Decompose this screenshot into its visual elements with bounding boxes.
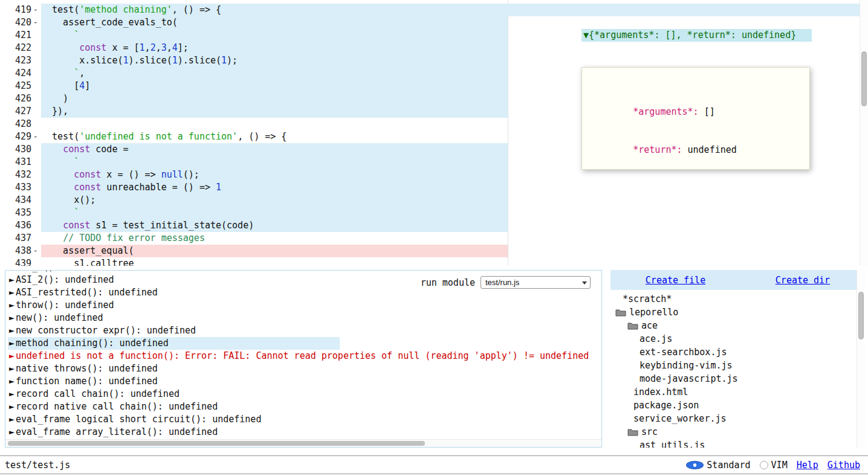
gutter-line[interactable]: 429-: [0, 130, 39, 143]
file-item[interactable]: service_worker.js: [611, 412, 857, 425]
log-entry[interactable]: ►function name(): undefined: [8, 375, 600, 388]
code-line[interactable]: x();: [41, 194, 868, 207]
gutter-line[interactable]: 426: [0, 92, 39, 105]
run-module-select[interactable]: test/run.js: [481, 276, 591, 289]
create-file-button[interactable]: Create file: [646, 275, 705, 286]
files-scrollbar-track[interactable]: [857, 270, 865, 448]
expand-arrow-icon[interactable]: ►: [9, 274, 15, 285]
mode-vim[interactable]: VIM: [760, 460, 788, 471]
folder-item[interactable]: leporello: [611, 306, 857, 319]
log-entry[interactable]: ►record native call chain(): undefined: [8, 400, 600, 413]
code-token: [41, 233, 63, 243]
file-item[interactable]: package.json: [611, 399, 857, 412]
github-link[interactable]: Github: [828, 460, 860, 471]
code-line[interactable]: // TODO fix error messages: [41, 232, 868, 245]
file-item[interactable]: *scratch*: [611, 292, 857, 306]
editor-scrollbar-thumb[interactable]: [861, 51, 867, 106]
gutter-line[interactable]: 424: [0, 67, 39, 80]
code-line[interactable]: `: [41, 207, 868, 219]
gutter-line[interactable]: 420-: [0, 16, 39, 29]
gutter-line[interactable]: 432: [0, 169, 39, 181]
file-name: keybinding-vim.js: [640, 360, 733, 371]
expand-arrow-icon[interactable]: ►: [9, 312, 15, 323]
log-entry[interactable]: ►method chaining(): undefined: [8, 337, 340, 350]
file-item[interactable]: ast_utils.js: [611, 439, 857, 448]
fold-icon[interactable]: -: [33, 16, 38, 29]
gutter-line[interactable]: 423: [0, 54, 39, 67]
gutter-line[interactable]: 427: [0, 105, 39, 118]
tooltip-key: *arguments*:: [633, 106, 698, 117]
log-entry[interactable]: ►new constructor expr(): undefined: [8, 324, 600, 337]
gutter-line[interactable]: 438-: [0, 245, 39, 257]
logs-hscrollbar-thumb[interactable]: [8, 441, 425, 446]
gutter-line[interactable]: 433: [0, 181, 39, 194]
file-item[interactable]: index.html: [611, 385, 857, 399]
tooltip-header[interactable]: ▼{*arguments*: [], *return*: undefined}: [581, 29, 812, 42]
gutter-line[interactable]: 439: [0, 257, 39, 266]
gutter-line[interactable]: 434: [0, 194, 39, 207]
code-line[interactable]: const s1 = test_initial_state(code): [41, 219, 868, 232]
code-token: , () => {: [238, 131, 287, 142]
expand-arrow-icon[interactable]: ►: [9, 426, 15, 437]
gutter-line[interactable]: 422: [0, 42, 39, 54]
expand-arrow-icon[interactable]: ►: [9, 270, 15, 272]
gutter-line[interactable]: 419-: [0, 4, 39, 16]
mode-label[interactable]: Standard: [707, 460, 750, 471]
mode-standard[interactable]: Standard: [686, 460, 750, 471]
gutter-line[interactable]: 428: [0, 118, 39, 130]
log-entry[interactable]: ►eval_frame logical short circuit(): und…: [8, 413, 600, 426]
gutter-line[interactable]: 430: [0, 143, 39, 156]
fold-icon[interactable]: -: [33, 245, 38, 257]
line-number: 423: [15, 55, 31, 66]
fold-icon[interactable]: -: [33, 130, 38, 143]
code-line[interactable]: assert_equal(: [41, 245, 868, 257]
gutter-line[interactable]: 421: [0, 29, 39, 42]
expand-arrow-icon[interactable]: ►: [9, 363, 15, 374]
expand-arrow-icon[interactable]: ►: [9, 414, 15, 425]
expand-arrow-icon[interactable]: ►: [9, 401, 15, 412]
log-entry[interactable]: ►undefined is not a function(): Error: F…: [8, 350, 600, 362]
file-item[interactable]: ext-searchbox.js: [611, 346, 857, 359]
code-token: }),: [41, 106, 68, 117]
gutter-line[interactable]: 435: [0, 207, 39, 219]
gutter-line[interactable]: 436: [0, 219, 39, 232]
current-file: test/test.js: [0, 460, 70, 471]
file-item[interactable]: ace.js: [611, 332, 857, 346]
log-entry[interactable]: ►native throws(): undefined: [8, 362, 600, 375]
expand-arrow-icon[interactable]: ►: [9, 350, 15, 361]
code-token: // TODO fix error messages: [63, 233, 205, 243]
logs-hscrollbar-track[interactable]: [5, 439, 601, 447]
log-entry[interactable]: ►record call chain(): undefined: [8, 388, 600, 400]
radio-standard[interactable]: [686, 461, 704, 469]
folder-item[interactable]: ace: [611, 319, 857, 332]
mode-label[interactable]: VIM: [771, 460, 788, 471]
gutter-line[interactable]: 425: [0, 80, 39, 92]
gutter-line[interactable]: 431: [0, 156, 39, 169]
expand-arrow-icon[interactable]: ►: [9, 300, 15, 310]
gutter-line[interactable]: 437: [0, 232, 39, 245]
folder-item[interactable]: src: [611, 425, 857, 439]
file-item[interactable]: mode-javascript.js: [611, 372, 857, 385]
tooltip-entry[interactable]: *return*:undefined: [582, 131, 809, 144]
expand-arrow-icon[interactable]: ►: [9, 388, 15, 399]
code-token: 2: [151, 42, 156, 53]
log-entry[interactable]: ►throw(): undefined: [8, 299, 600, 312]
fold-icon[interactable]: -: [33, 4, 38, 16]
log-entry[interactable]: ►new(): undefined: [8, 312, 600, 324]
log-entry[interactable]: ►eval_frame array_literal(): undefined: [8, 426, 600, 439]
editor-scrollbar-track[interactable]: [860, 0, 868, 266]
expand-arrow-icon[interactable]: ►: [9, 376, 15, 387]
expand-arrow-icon[interactable]: ►: [9, 287, 15, 298]
files-scrollbar-thumb[interactable]: [858, 292, 864, 339]
line-number: 432: [15, 169, 31, 180]
line-number: 431: [15, 156, 31, 167]
expand-arrow-icon[interactable]: ►: [9, 325, 15, 336]
code-line[interactable]: s1.calltree: [41, 257, 868, 266]
expand-arrow-icon[interactable]: ►: [9, 338, 15, 349]
tooltip-entry[interactable]: *arguments*:[]: [582, 93, 809, 106]
file-item[interactable]: keybinding-vim.js: [611, 359, 857, 372]
create-dir-button[interactable]: Create dir: [776, 275, 830, 286]
help-link[interactable]: Help: [797, 460, 818, 471]
radio-vim[interactable]: [760, 461, 768, 469]
line-number: 437: [15, 233, 31, 243]
